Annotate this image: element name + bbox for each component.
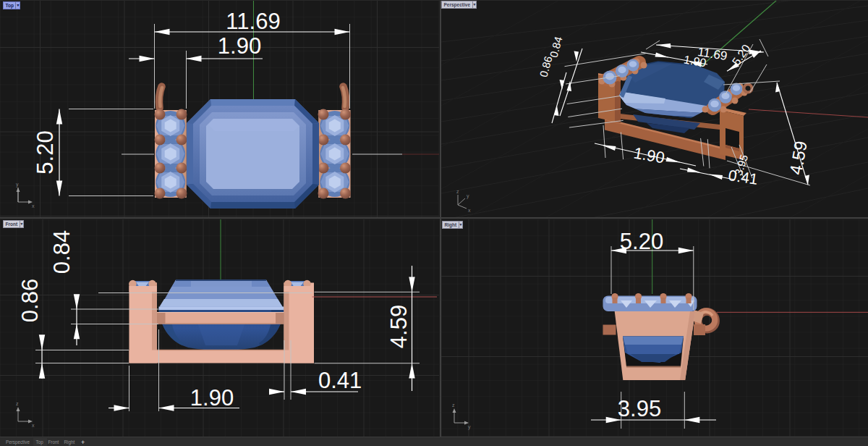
- svg-text:1.90: 1.90: [218, 33, 261, 59]
- svg-text:0.41: 0.41: [318, 368, 362, 393]
- svg-text:x: x: [32, 423, 35, 428]
- svg-text:5.20: 5.20: [33, 130, 58, 174]
- svg-text:z: z: [452, 403, 455, 408]
- svg-text:z: z: [16, 401, 19, 406]
- svg-text:y: y: [468, 424, 471, 430]
- svg-text:z: z: [456, 189, 459, 194]
- svg-text:0.86: 0.86: [17, 279, 43, 322]
- svg-text:x: x: [468, 208, 471, 213]
- svg-text:Right: Right: [64, 439, 75, 445]
- svg-text:1.90: 1.90: [190, 385, 234, 411]
- svg-text:Top: Top: [36, 439, 44, 445]
- svg-text:0.84: 0.84: [49, 230, 75, 274]
- svg-text:x: x: [32, 203, 35, 209]
- svg-text:y: y: [467, 193, 469, 199]
- svg-text:+: +: [81, 439, 85, 446]
- svg-text:5.20: 5.20: [620, 229, 663, 254]
- svg-text:3.95: 3.95: [618, 396, 661, 421]
- svg-text:Perspective: Perspective: [6, 439, 30, 445]
- svg-text:11.69: 11.69: [226, 9, 280, 34]
- svg-text:Front: Front: [48, 439, 59, 445]
- svg-text:4.59: 4.59: [386, 305, 412, 348]
- svg-text:y: y: [16, 182, 19, 188]
